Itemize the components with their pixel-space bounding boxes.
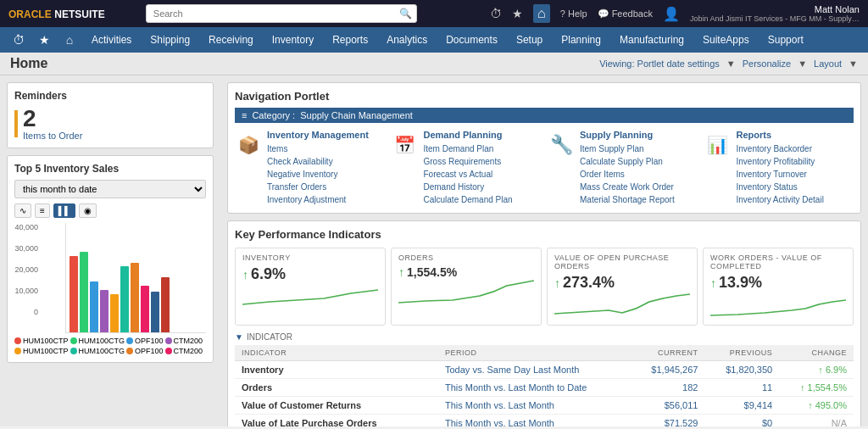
th-change: CHANGE: [779, 345, 854, 361]
reminders-widget: Reminders 2 Items to Order: [7, 82, 214, 148]
order-items-link[interactable]: Order Items: [580, 168, 698, 181]
reminder-row: 2 Items to Order: [14, 107, 206, 141]
inventory-backorder-link[interactable]: Inventory Backorder: [737, 142, 854, 155]
nav-portlet: Navigation Portlet ≡ Category : Supply C…: [227, 82, 861, 214]
supply-planning-icon: 🔧: [548, 131, 575, 159]
negative-inventory-link[interactable]: Negative Inventory: [267, 168, 385, 181]
nav-analytics[interactable]: Analytics: [378, 31, 436, 49]
demand-planning-icon: 📅: [392, 131, 419, 159]
legend-item-2: HUM100CTG: [70, 337, 125, 345]
legend-dot-2: [70, 337, 77, 344]
favorites-icon[interactable]: ★: [512, 7, 523, 20]
nav-planning[interactable]: Planning: [553, 31, 609, 49]
portlet-date-settings-link[interactable]: Viewing: Portlet date settings: [599, 58, 720, 69]
period-cell[interactable]: This Month vs. Last Month: [438, 397, 631, 415]
previous-cell: $1,820,350: [704, 361, 779, 379]
indicator-cell: Value of Customer Returns: [235, 397, 438, 415]
nav-shipping[interactable]: Shipping: [142, 31, 198, 49]
bar-chart-btn[interactable]: ▌▌: [53, 203, 75, 218]
category-bar: ≡ Category : Supply Chain Management: [235, 108, 854, 123]
nav-setup[interactable]: Setup: [508, 31, 551, 49]
period-cell[interactable]: Today vs. Same Day Last Month: [438, 361, 631, 379]
filter-arrow-icon[interactable]: ▼: [235, 332, 243, 342]
items-link[interactable]: Items: [267, 142, 385, 155]
th-period: PERIOD: [438, 345, 631, 361]
calculate-demand-plan-link[interactable]: Calculate Demand Plan: [424, 193, 542, 206]
left-panel: Reminders 2 Items to Order Top 5 Invento…: [0, 75, 220, 426]
inventory-management-title[interactable]: Inventory Management: [267, 130, 385, 140]
reminder-bar: [14, 110, 18, 137]
nav-reports[interactable]: Reports: [324, 31, 376, 49]
layout-link[interactable]: Layout: [814, 58, 842, 69]
help-icon[interactable]: ? Help: [560, 8, 587, 19]
main-layout: Reminders 2 Items to Order Top 5 Invento…: [0, 75, 868, 426]
inventory-management-icon: 📦: [235, 131, 262, 159]
supply-planning-title[interactable]: Supply Planning: [580, 130, 698, 140]
nav-suiteapps[interactable]: SuiteApps: [694, 31, 758, 49]
transfer-orders-link[interactable]: Transfer Orders: [267, 181, 385, 193]
inventory-profitability-link[interactable]: Inventory Profitability: [737, 155, 854, 168]
inventory-status-link[interactable]: Inventory Status: [737, 181, 854, 193]
legend-dot-5: [14, 348, 21, 354]
item-supply-plan-link[interactable]: Item Supply Plan: [580, 142, 698, 155]
item-demand-plan-link[interactable]: Item Demand Plan: [424, 142, 542, 155]
personalize-link[interactable]: Personalize: [743, 58, 791, 69]
kpi-open-po-number: 273.4%: [563, 274, 615, 292]
line-chart-btn[interactable]: ∿: [14, 203, 31, 218]
bar-1: [70, 256, 78, 332]
pie-chart-btn[interactable]: ◉: [79, 203, 97, 218]
mass-create-work-order-link[interactable]: Mass Create Work Order: [580, 181, 698, 193]
bar-3: [90, 281, 98, 332]
nav-activities[interactable]: Activities: [83, 31, 140, 49]
layout-chevron-icon: ▼: [849, 58, 858, 69]
table-chart-btn[interactable]: ≡: [35, 203, 50, 218]
kpi-work-orders-label: WORK ORDERS - VALUE OF COMPLETED: [710, 254, 846, 270]
items-to-order-link[interactable]: Items to Order: [23, 131, 82, 141]
search-bar: 🔍: [146, 4, 417, 23]
user-name: Matt Nolan: [690, 4, 860, 14]
recent-icon[interactable]: ⏱: [490, 7, 502, 20]
inventory-turnover-link[interactable]: Inventory Turnover: [737, 168, 854, 181]
nav-documents[interactable]: Documents: [437, 31, 506, 49]
period-cell[interactable]: This Month vs. Last Month to Date: [438, 379, 631, 397]
demand-planning-content: Demand Planning Item Demand Plan Gross R…: [424, 130, 542, 206]
kpi-card-orders: ORDERS ↑ 1,554.5%: [391, 248, 542, 326]
nav-inventory[interactable]: Inventory: [264, 31, 322, 49]
chevron-down-icon: ▼: [726, 58, 736, 69]
reports-title[interactable]: Reports: [737, 130, 854, 140]
kpi-table: INDICATOR PERIOD CURRENT PREVIOUS CHANGE…: [235, 345, 854, 426]
kpi-card-open-po: VALUE OF OPEN PURCHASE ORDERS ↑ 273.4%: [547, 248, 698, 326]
chart-controls: ∿ ≡ ▌▌ ◉: [14, 203, 206, 218]
nav-star-icon[interactable]: ★: [32, 28, 56, 52]
nav-clock-icon[interactable]: ⏱: [7, 28, 31, 52]
calculate-supply-plan-link[interactable]: Calculate Supply Plan: [580, 155, 698, 168]
search-input[interactable]: [146, 4, 417, 23]
material-shortage-report-link[interactable]: Material Shortage Report: [580, 193, 698, 206]
nav-manufacturing[interactable]: Manufacturing: [611, 31, 693, 49]
period-select[interactable]: this month to date: [14, 180, 206, 198]
home-icon[interactable]: ⌂: [533, 4, 550, 23]
inventory-adjustment-link[interactable]: Inventory Adjustment: [267, 193, 385, 206]
search-button[interactable]: 🔍: [399, 8, 412, 20]
legend-item-5: HUM100CTP: [14, 347, 69, 355]
feedback-icon[interactable]: 💬 Feedback: [598, 8, 653, 20]
nav-receiving[interactable]: Receiving: [200, 31, 262, 49]
kpi-inventory-arrow: ↑: [242, 268, 248, 281]
inventory-management-content: Inventory Management Items Check Availab…: [267, 130, 385, 206]
demand-planning-title[interactable]: Demand Planning: [424, 130, 542, 140]
nav-support[interactable]: Support: [760, 31, 812, 49]
forecast-vs-actual-link[interactable]: Forecast vs Actual: [424, 168, 542, 181]
reminder-content: 2 Items to Order: [23, 107, 82, 141]
bar-5: [110, 294, 119, 332]
nav-portlet-title: Navigation Portlet: [235, 90, 854, 103]
demand-history-link[interactable]: Demand History: [424, 181, 542, 193]
gross-requirements-link[interactable]: Gross Requirements: [424, 155, 542, 168]
inventory-activity-detail-link[interactable]: Inventory Activity Detail: [737, 193, 854, 206]
period-cell[interactable]: This Month vs. Last Month: [438, 415, 631, 427]
nav-home-icon[interactable]: ⌂: [58, 28, 81, 52]
table-row: Value of Customer Returns This Month vs.…: [235, 397, 854, 415]
kpi-inventory-value: ↑ 6.9%: [242, 265, 378, 283]
kpi-table-body: Inventory Today vs. Same Day Last Month …: [235, 361, 854, 427]
check-availability-link[interactable]: Check Availability: [267, 155, 385, 168]
y-label-40k: 40,000: [14, 223, 38, 231]
